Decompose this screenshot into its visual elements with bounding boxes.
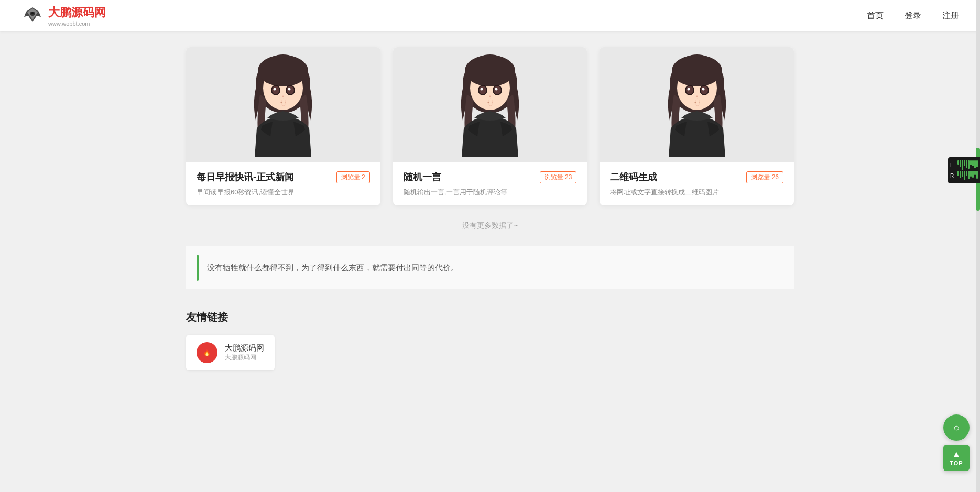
card-1-body: 每日早报快讯-正式新闻 浏览量 2 早间读早报60秒资讯,读懂全世界 (186, 162, 380, 205)
card-3-title: 二维码生成 (610, 171, 657, 183)
card-3[interactable]: 二维码生成 浏览量 26 将网址或文字直接转换成二维码图片 (600, 47, 794, 205)
card-1-title-row: 每日早报快讯-正式新闻 浏览量 2 (197, 171, 370, 183)
card-3-image (600, 47, 794, 162)
card-1[interactable]: 每日早报快讯-正式新闻 浏览量 2 早间读早报60秒资讯,读懂全世界 (186, 47, 380, 205)
card-1-view-badge: 浏览量 2 (336, 171, 370, 183)
card-1-title: 每日早报快讯-正式新闻 (197, 171, 294, 183)
card-2-body: 随机一言 浏览量 23 随机输出一言,一言用于随机评论等 (393, 162, 587, 205)
audio-widget-r-row: R (950, 171, 978, 180)
svg-point-33 (696, 96, 698, 97)
svg-point-22 (489, 96, 491, 97)
nav-register[interactable]: 注册 (942, 10, 959, 21)
svg-point-9 (274, 88, 276, 91)
quote-section: 没有牺牲就什么都得不到，为了得到什么东西，就需要付出同等的代价。 (186, 246, 794, 289)
svg-point-18 (479, 86, 486, 94)
friend-name: 大鹏源码网 (225, 343, 264, 353)
svg-point-4 (258, 55, 308, 86)
nav-home[interactable]: 首页 (867, 10, 884, 21)
svg-point-26 (672, 55, 722, 86)
svg-point-15 (465, 55, 515, 86)
top-label: TOP (950, 460, 963, 466)
card-2-view-badge: 浏览量 23 (540, 171, 577, 183)
audio-r-bars (957, 171, 978, 180)
hot-badge: 🔥 HOT (197, 342, 217, 363)
card-1-desc: 早间读早报60秒资讯,读懂全世界 (197, 188, 370, 197)
svg-rect-12 (282, 99, 285, 106)
audio-l-bars (957, 160, 978, 170)
friends-section: 友情链接 🔥 HOT 大鹏源码网 大鹏源码网 (186, 310, 794, 370)
chat-icon: ○ (953, 422, 960, 434)
svg-rect-34 (696, 99, 699, 106)
card-2-desc: 随机输出一言,一言用于随机评论等 (404, 188, 577, 197)
logo-subtitle: www.wobbt.com (48, 20, 106, 27)
card-2-image (393, 47, 587, 162)
friends-title: 友情链接 (186, 310, 794, 324)
audio-r-label: R (950, 173, 955, 179)
card-3-desc: 将网址或文字直接转换成二维码图片 (610, 188, 783, 197)
friend-info: 大鹏源码网 大鹏源码网 (225, 343, 264, 362)
svg-point-32 (702, 88, 704, 91)
card-3-view-badge: 浏览量 26 (746, 171, 783, 183)
svg-point-20 (480, 88, 483, 91)
friend-sub: 大鹏源码网 (225, 353, 264, 362)
svg-point-10 (288, 88, 291, 91)
audio-widget-l-row: L (950, 160, 978, 170)
card-1-image (186, 47, 380, 162)
nav-links: 首页 登录 注册 (867, 10, 959, 21)
svg-point-19 (494, 86, 501, 94)
audio-l-label: L (950, 162, 955, 168)
card-3-title-row: 二维码生成 浏览量 26 (610, 171, 783, 183)
friend-card[interactable]: 🔥 HOT 大鹏源码网 大鹏源码网 (186, 335, 275, 370)
main-content: 每日早报快讯-正式新闻 浏览量 2 早间读早报60秒资讯,读懂全世界 (176, 31, 804, 402)
chat-button[interactable]: ○ (943, 414, 970, 441)
svg-point-8 (287, 86, 294, 94)
card-2-title-row: 随机一言 浏览量 23 (404, 171, 577, 183)
audio-widget: L R (948, 157, 980, 183)
top-arrow-icon: ▲ (952, 450, 961, 459)
quote-bar (197, 255, 199, 281)
top-button[interactable]: ▲ TOP (943, 445, 970, 471)
site-header: 大鹏源码网 www.wobbt.com 首页 登录 注册 (0, 0, 980, 31)
no-more-data: 没有更多数据了~ (186, 221, 794, 231)
svg-point-31 (687, 88, 690, 91)
svg-point-29 (686, 86, 693, 94)
card-3-body: 二维码生成 浏览量 26 将网址或文字直接转换成二维码图片 (600, 162, 794, 205)
logo-area[interactable]: 大鹏源码网 www.wobbt.com (21, 5, 106, 27)
page-scrollbar[interactable] (976, 0, 980, 492)
svg-point-21 (495, 88, 497, 91)
svg-point-30 (701, 86, 708, 94)
svg-rect-23 (489, 99, 492, 106)
cards-grid: 每日早报快讯-正式新闻 浏览量 2 早间读早报60秒资讯,读懂全世界 (186, 47, 794, 205)
card-2-title: 随机一言 (404, 171, 441, 183)
svg-point-1 (31, 12, 34, 14)
svg-point-7 (272, 86, 279, 94)
card-2[interactable]: 随机一言 浏览量 23 随机输出一言,一言用于随机评论等 (393, 47, 587, 205)
logo-text: 大鹏源码网 www.wobbt.com (48, 5, 106, 27)
svg-point-11 (282, 96, 284, 97)
logo-icon (21, 6, 44, 25)
bottom-right-buttons: ○ ▲ TOP (943, 414, 970, 471)
quote-text: 没有牺牲就什么都得不到，为了得到什么东西，就需要付出同等的代价。 (207, 263, 459, 273)
nav-login[interactable]: 登录 (905, 10, 921, 21)
logo-title: 大鹏源码网 (48, 5, 106, 20)
